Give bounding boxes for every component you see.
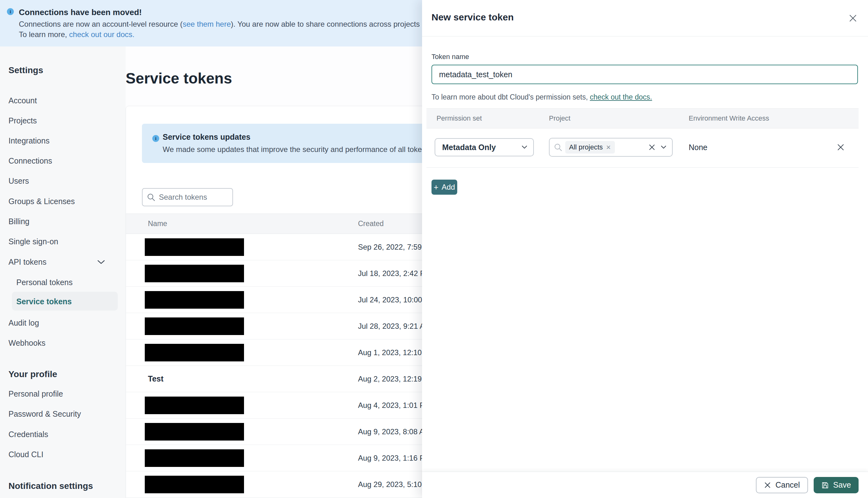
- search-tokens-box[interactable]: [142, 188, 233, 206]
- sidebar-item-audit-log[interactable]: Audit log: [9, 318, 39, 328]
- permission-set-select[interactable]: Metadata Only: [435, 138, 534, 156]
- banner-title: Connections have been moved!: [19, 8, 142, 17]
- drawer-header: New service token: [422, 0, 868, 36]
- close-icon: [764, 482, 771, 488]
- column-header-environment-write-access: Environment Write Access: [689, 114, 858, 122]
- banner-text-line2: Connections are now an account-level res…: [19, 20, 485, 29]
- sidebar-item-projects[interactable]: Projects: [9, 116, 37, 125]
- permission-row: Metadata Only All projects ✕: [426, 128, 858, 168]
- see-them-here-link[interactable]: see them here: [183, 20, 231, 28]
- project-multiselect[interactable]: All projects ✕: [549, 138, 673, 157]
- sidebar-item-personal-profile[interactable]: Personal profile: [9, 389, 63, 398]
- all-projects-chip[interactable]: All projects ✕: [565, 141, 615, 154]
- sidebar-item-password-security[interactable]: Password & Security: [9, 409, 81, 419]
- redacted-token-name: [145, 317, 244, 335]
- sidebar-item-users[interactable]: Users: [9, 176, 29, 186]
- cancel-button[interactable]: Cancel: [756, 477, 808, 493]
- sidebar-item-api-tokens[interactable]: API tokens: [9, 258, 47, 266]
- clear-selection-icon[interactable]: [648, 144, 656, 151]
- redacted-token-name: [145, 291, 244, 309]
- redacted-token-name: [145, 238, 244, 256]
- sidebar-item-connections[interactable]: Connections: [9, 156, 52, 166]
- banner-text-line3: To learn more, check out our docs.: [19, 30, 134, 39]
- redacted-token-name: [145, 344, 244, 362]
- sidebar-item-integrations[interactable]: Integrations: [9, 136, 50, 145]
- token-name-label: Token name: [432, 53, 858, 61]
- sidebar-item-cloud-cli[interactable]: Cloud CLI: [9, 450, 43, 459]
- sidebar-item-single-sign-on[interactable]: Single sign-on: [9, 237, 58, 246]
- close-icon[interactable]: [846, 11, 860, 25]
- drawer-body: Token name To learn more about dbt Cloud…: [422, 53, 868, 195]
- sidebar-item-personal-tokens[interactable]: Personal tokens: [16, 278, 73, 287]
- info-icon: i: [7, 8, 14, 15]
- plus-icon: +: [434, 183, 438, 191]
- save-icon: [821, 481, 829, 489]
- add-permission-button[interactable]: + Add: [432, 180, 457, 195]
- chevron-down-icon[interactable]: [97, 259, 106, 265]
- column-header-project: Project: [549, 114, 689, 122]
- page-title: Service tokens: [126, 70, 232, 87]
- remove-row-icon[interactable]: [837, 143, 845, 151]
- drawer-footer: Cancel Save: [422, 472, 868, 498]
- column-header-name: Name: [126, 220, 358, 228]
- drawer-title: New service token: [432, 12, 514, 23]
- search-icon: [554, 143, 562, 151]
- sidebar-heading-your-profile: Your profile: [9, 369, 57, 379]
- sidebar-item-service-tokens-label[interactable]: Service tokens: [16, 297, 72, 306]
- sidebar-heading-notification-settings: Notification settings: [9, 481, 93, 491]
- chevron-down-icon[interactable]: [661, 145, 666, 149]
- search-tokens-input[interactable]: [159, 193, 222, 201]
- sidebar-item-webhooks[interactable]: Webhooks: [9, 339, 45, 348]
- token-name-test: Test: [145, 374, 163, 383]
- redacted-token-name: [145, 476, 244, 493]
- redacted-token-name: [145, 396, 244, 414]
- environment-write-access-value: None: [689, 143, 708, 152]
- new-service-token-drawer: New service token Token name To learn mo…: [422, 0, 868, 498]
- sidebar-item-billing[interactable]: Billing: [9, 217, 29, 226]
- infobox-title: Service tokens updates: [163, 132, 250, 142]
- sidebar-item-groups-licenses[interactable]: Groups & Licenses: [9, 197, 75, 206]
- sidebar-item-account[interactable]: Account: [9, 96, 37, 105]
- sidebar-item-credentials[interactable]: Credentials: [9, 430, 48, 439]
- infobox-body: We made some updates that improve the se…: [163, 145, 457, 154]
- column-header-created: Created: [358, 220, 384, 228]
- check-out-our-docs-link[interactable]: check out our docs.: [69, 30, 134, 39]
- redacted-token-name: [145, 449, 244, 467]
- redacted-token-name: [145, 265, 244, 282]
- token-name-input[interactable]: [432, 65, 858, 84]
- settings-sidebar: Settings Account Projects Integrations C…: [0, 47, 126, 498]
- chevron-down-icon: [521, 145, 528, 149]
- permission-sets-hint: To learn more about dbt Cloud's permissi…: [432, 93, 858, 102]
- column-header-permission-set: Permission set: [426, 114, 549, 122]
- search-icon: [147, 193, 155, 201]
- sidebar-heading-settings: Settings: [9, 65, 43, 75]
- redacted-token-name: [145, 423, 244, 441]
- info-icon: i: [152, 135, 159, 142]
- permissions-grid-header: Permission set Project Environment Write…: [426, 108, 858, 128]
- remove-chip-icon[interactable]: ✕: [606, 144, 611, 151]
- permission-set-value: Metadata Only: [442, 143, 521, 152]
- save-button[interactable]: Save: [814, 477, 858, 493]
- check-out-the-docs-link[interactable]: check out the docs.: [590, 93, 652, 101]
